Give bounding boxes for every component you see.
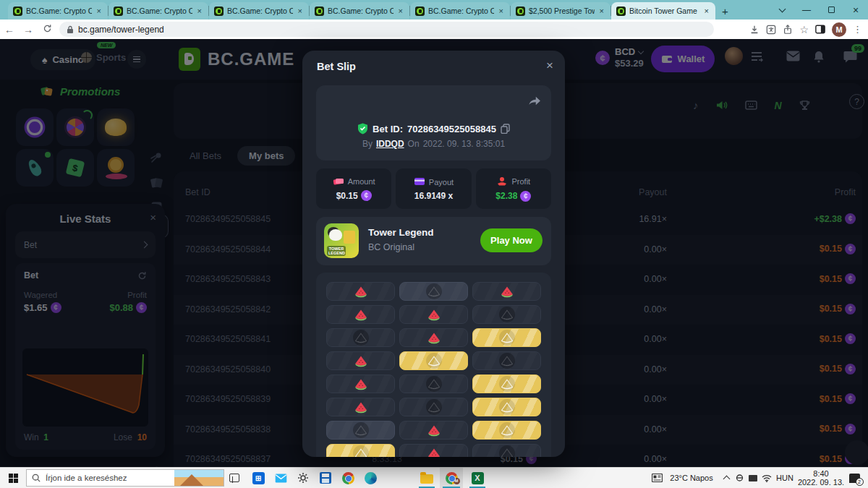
file-explorer-button[interactable] xyxy=(416,468,438,488)
browser-tab[interactable]: BC.Game: Crypto Casi× xyxy=(8,2,108,20)
watermelon-icon xyxy=(427,448,441,458)
tower-tile-melon[interactable] xyxy=(326,305,395,324)
forward-icon[interactable]: → xyxy=(19,24,38,35)
tab-close-icon[interactable]: × xyxy=(598,7,605,15)
browser-profile-avatar[interactable]: M xyxy=(832,22,846,37)
game-thumbnail[interactable]: TOWER LEGEND xyxy=(324,223,359,258)
reload-icon[interactable] xyxy=(38,24,56,35)
modal-close-icon[interactable]: × xyxy=(546,59,553,73)
side-panel-icon[interactable] xyxy=(815,25,825,34)
wifi-icon[interactable] xyxy=(760,468,773,488)
chrome-button[interactable] xyxy=(338,468,358,488)
tower-tile-melon[interactable] xyxy=(472,282,541,301)
menu-dots-icon[interactable]: ⋮ xyxy=(853,24,862,35)
browser-tab[interactable]: BC.Game: Crypto Casi× xyxy=(109,2,208,20)
bet-info-card: Bet ID: 70286349525058845 By IDDQD On 20… xyxy=(316,85,551,160)
chevron-up-icon[interactable] xyxy=(720,468,732,488)
tower-tile-ghost[interactable] xyxy=(472,351,541,370)
language-indicator[interactable]: HUN xyxy=(774,468,796,488)
bet-stat-amount[interactable]: Amount$0.15¢ xyxy=(316,168,391,209)
tower-tile-melon[interactable] xyxy=(326,374,395,393)
clock[interactable]: 8:40 2022. 09. 13. xyxy=(797,468,845,488)
tab-close-icon[interactable]: × xyxy=(297,7,304,15)
bet-stat-payout[interactable]: Payout16.9149 x xyxy=(396,168,471,209)
stat-value: $2.38¢ xyxy=(495,191,531,202)
tab-close-icon[interactable]: × xyxy=(703,7,710,15)
watermelon-icon xyxy=(427,309,441,321)
tower-tile-ghost[interactable] xyxy=(399,374,468,393)
tower-tile-gold[interactable] xyxy=(326,444,395,457)
tower-tile-ghost-light[interactable] xyxy=(399,282,468,301)
tower-tile-ghost[interactable] xyxy=(472,444,541,457)
url-bar[interactable]: bc.game/tower-legend xyxy=(59,22,714,37)
ghost-watermelon-icon xyxy=(499,307,515,322)
weather-widget[interactable] xyxy=(174,470,224,486)
star-icon[interactable]: ☆ xyxy=(799,24,809,35)
tab-close-icon[interactable]: × xyxy=(95,7,103,15)
bet-stat-profit[interactable]: Profit$2.38¢ xyxy=(476,168,551,209)
store-button[interactable]: ⊞ xyxy=(248,468,268,488)
start-icon xyxy=(9,474,18,483)
tower-tile-melon[interactable] xyxy=(326,351,395,370)
tower-tile-melon[interactable] xyxy=(326,398,395,416)
chrome-profile-button[interactable]: M xyxy=(440,468,463,488)
stat-label: Amount xyxy=(348,177,375,186)
news-tray-button[interactable] xyxy=(650,468,664,488)
translate-icon[interactable] xyxy=(766,25,776,35)
browser-tab[interactable]: BC.Game: Crypto Casi× xyxy=(410,2,510,20)
play-now-button[interactable]: Play Now xyxy=(480,228,542,252)
browser-tab[interactable]: $2,500 Prestige Tower× xyxy=(511,2,610,20)
stat-value: $0.15¢ xyxy=(336,190,372,201)
start-button[interactable] xyxy=(3,468,23,488)
browser-tab[interactable]: BC.Game: Crypto Casi× xyxy=(209,2,309,20)
tower-grid xyxy=(316,273,551,457)
tower-tile-gold[interactable] xyxy=(472,421,541,440)
share-arrow-icon[interactable] xyxy=(528,95,541,109)
tower-tile-ghost[interactable] xyxy=(472,305,541,324)
tab-close-icon[interactable]: × xyxy=(498,7,505,15)
download-icon[interactable] xyxy=(749,25,760,35)
tower-tile-ghost-light[interactable] xyxy=(326,421,395,440)
tower-tile-melon[interactable] xyxy=(399,328,468,347)
panda-icon xyxy=(329,229,342,241)
tower-tile-melon[interactable] xyxy=(399,305,468,324)
display-icon[interactable] xyxy=(747,468,759,488)
minimize-button[interactable]: — xyxy=(794,0,819,20)
new-tab-button[interactable]: + xyxy=(722,5,728,17)
browser-tab[interactable]: BC.Game: Crypto Casi× xyxy=(310,2,409,20)
tower-tile-melon[interactable] xyxy=(326,282,395,301)
copy-icon[interactable] xyxy=(501,124,510,134)
tower-tile-ghost[interactable] xyxy=(399,398,468,416)
notification-center-button[interactable]: 2 xyxy=(846,468,862,488)
settings-button[interactable] xyxy=(293,468,313,488)
maximize-button[interactable] xyxy=(819,0,843,20)
tower-tile-ghost[interactable] xyxy=(326,328,395,347)
browser-tab-active[interactable]: Bitcoin Tower Game -× xyxy=(611,2,715,20)
tower-tile-melon[interactable] xyxy=(399,444,468,457)
share-icon[interactable] xyxy=(783,25,793,35)
floppy-app-button[interactable] xyxy=(315,468,336,488)
tower-grid-row xyxy=(326,398,541,416)
mail-button[interactable] xyxy=(271,468,291,488)
tower-tile-gold[interactable] xyxy=(472,374,541,393)
shield-check-icon xyxy=(357,123,368,134)
back-icon[interactable]: ← xyxy=(0,24,19,35)
onedrive-icon[interactable] xyxy=(733,468,745,488)
taskbar-search[interactable]: Írjon ide a kereséshez xyxy=(26,469,224,487)
excel-button[interactable]: X xyxy=(467,468,488,488)
close-button[interactable]: × xyxy=(843,0,868,20)
tower-grid-row xyxy=(326,282,541,301)
edge-button[interactable] xyxy=(360,468,380,488)
weather-tray-text[interactable]: 23°C Napos xyxy=(666,468,717,488)
tower-tile-melon[interactable] xyxy=(399,421,468,440)
task-view-button[interactable] xyxy=(224,468,244,488)
bcgame-favicon xyxy=(315,7,324,16)
tower-tile-gold[interactable] xyxy=(472,328,541,347)
tab-close-icon[interactable]: × xyxy=(397,7,404,15)
tab-close-icon[interactable]: × xyxy=(196,7,203,15)
tab-search-chevron-icon[interactable] xyxy=(770,0,794,20)
tower-tile-gold[interactable] xyxy=(399,351,468,370)
bet-stats-row: Amount$0.15¢Payout16.9149 xProfit$2.38¢ xyxy=(316,168,551,209)
player-name[interactable]: IDDQD xyxy=(376,139,404,149)
tower-tile-gold[interactable] xyxy=(472,398,541,416)
